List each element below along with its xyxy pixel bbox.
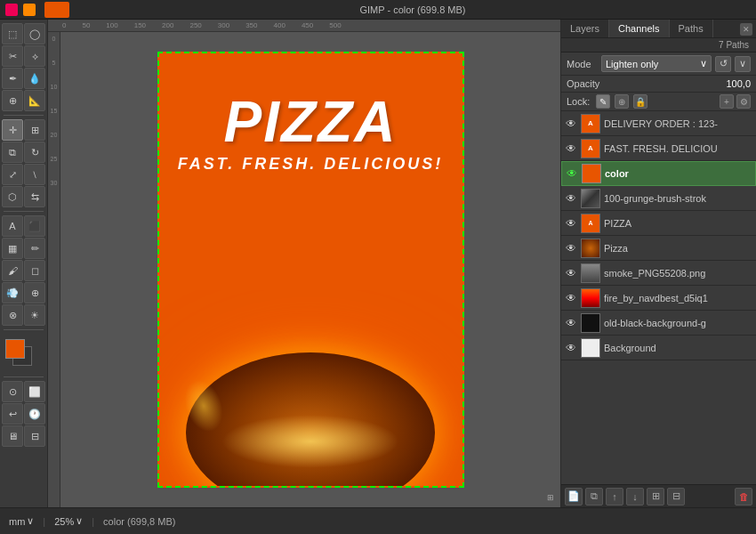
color-swatches <box>4 337 44 369</box>
select-fuzzy-tool[interactable]: ⟡ <box>24 45 45 67</box>
heal-tool[interactable]: ⊗ <box>2 304 23 326</box>
merge-layer-btn[interactable]: ⊟ <box>667 488 685 506</box>
layer-item[interactable]: 👁 fire_by_navdbest_d5iq1 <box>561 286 756 311</box>
layer-item[interactable]: 👁 smoke_PNG55208.png <box>561 261 756 286</box>
blend-tool[interactable]: ▦ <box>2 238 23 259</box>
lock-position-btn[interactable]: ⊕ <box>615 94 629 109</box>
paintbrush-tool[interactable]: 🖌 <box>2 260 23 281</box>
clone-tool[interactable]: ⊕ <box>24 282 45 303</box>
paths-tool[interactable]: ✒ <box>2 68 23 89</box>
perspective-tool[interactable]: ⬡ <box>2 186 23 207</box>
quick-mask[interactable]: ⬜ <box>24 381 45 402</box>
move-layer-down-btn[interactable]: ↓ <box>626 488 644 506</box>
history-tool[interactable]: 🕐 <box>24 403 45 425</box>
crop-tool[interactable]: ⧉ <box>2 142 23 163</box>
pizza-title-text: PIZZA <box>224 89 398 155</box>
tool-row-5: ✛ ⊞ <box>2 119 45 141</box>
layer-visibility-toggle[interactable]: 👁 <box>565 192 577 205</box>
pizza-image-area <box>159 290 462 486</box>
scale-tool[interactable]: ⤢ <box>2 164 23 185</box>
foreground-color-swatch[interactable] <box>5 339 25 359</box>
toolbox: ⬚ ◯ ✂ ⟡ ✒ 💧 ⊕ 📐 ✛ ⊞ ⧉ ↻ ⤢ ⧵ ⬡ ⇆ <box>0 20 48 507</box>
tab-channels[interactable]: Channels <box>609 20 669 37</box>
zoom-dropdown[interactable]: 25% ∨ <box>54 515 83 527</box>
lock-all-btn[interactable]: 🔒 <box>633 94 647 109</box>
unit-dropdown[interactable]: mm ∨ <box>9 515 34 527</box>
layer-name: Background <box>604 343 752 353</box>
layer-visibility-toggle[interactable]: 👁 <box>565 267 577 279</box>
close-btn[interactable] <box>5 4 18 16</box>
tool-row-6: ⧉ ↻ <box>2 142 45 163</box>
layer-visibility-toggle[interactable]: 👁 <box>565 117 577 130</box>
measure-tool[interactable]: 📐 <box>24 90 45 111</box>
mode-label: Mode <box>567 59 598 69</box>
display-tool[interactable]: 🖥 <box>2 425 23 447</box>
bucket-fill-tool[interactable]: ⬛ <box>24 215 45 237</box>
select-rect-tool[interactable]: ⬚ <box>2 23 23 44</box>
tool-row-bottom: ⊙ ⬜ <box>2 381 45 402</box>
tab-paths[interactable]: Paths <box>670 20 713 37</box>
undo-tool[interactable]: ↩ <box>2 403 23 425</box>
tab-layers[interactable]: Layers <box>561 20 609 37</box>
minimize-btn[interactable] <box>23 4 36 16</box>
select-free-tool[interactable]: ✂ <box>2 45 23 67</box>
tool-row-1: ⬚ ◯ <box>2 23 45 44</box>
layer-item-background[interactable]: 👁 Background <box>561 336 756 360</box>
pencil-tool[interactable]: ✏ <box>24 238 45 259</box>
airbrush-tool[interactable]: 💨 <box>2 282 23 303</box>
tool-row-display: 🖥 ⊟ <box>2 425 45 447</box>
layer-visibility-toggle[interactable]: 👁 <box>566 167 578 180</box>
blend-mode-bar: Mode Lighten only ∨ ↺ ∨ <box>561 53 756 76</box>
new-layer-btn[interactable]: 📄 <box>565 488 583 506</box>
layer-name: color <box>605 168 752 179</box>
canvas-wrapper: PIZZA FAST. FRESH. DELICIOUS! <box>60 32 560 507</box>
rotate-tool[interactable]: ↻ <box>24 142 45 163</box>
layers-list: 👁 A DELIVERY ORDER : 123- 👁 A FAST. FRES… <box>561 111 756 484</box>
zoom-arrow: ∨ <box>76 515 83 527</box>
layer-item[interactable]: 👁 A PIZZA <box>561 211 756 236</box>
pointer-tool[interactable]: ⊟ <box>24 425 45 447</box>
duplicate-layer-btn[interactable]: ⧉ <box>585 488 603 506</box>
ruler-vertical: 051015202530 <box>48 32 60 507</box>
group-layer-btn[interactable]: ⊞ <box>647 488 664 506</box>
layer-thumbnail <box>581 288 600 308</box>
mode-arrow-btn[interactable]: ∨ <box>735 56 751 72</box>
layer-item[interactable]: 👁 100-grunge-brush-strok <box>561 186 756 211</box>
layer-item[interactable]: 👁 A FAST. FRESH. DELICIOU <box>561 136 756 161</box>
image-canvas[interactable]: PIZZA FAST. FRESH. DELICIOUS! <box>157 52 464 488</box>
opacity-value: 100,0 <box>610 78 751 89</box>
layer-item[interactable]: 👁 old-black-background-g <box>561 311 756 336</box>
flip-tool[interactable]: ⇆ <box>24 186 45 207</box>
select-ellipse-tool[interactable]: ◯ <box>24 23 45 44</box>
eraser-tool[interactable]: ◻ <box>24 260 45 281</box>
lock-pixels-btn[interactable]: ✎ <box>596 94 610 109</box>
layer-visibility-toggle[interactable]: 👁 <box>565 242 577 255</box>
lock-label: Lock: <box>567 96 591 107</box>
tool-row-13: ⊗ ☀ <box>2 304 45 326</box>
panel-close-btn[interactable]: ✕ <box>740 23 752 36</box>
layer-add-btn[interactable]: + <box>720 94 734 109</box>
text-tool[interactable]: A <box>2 215 23 237</box>
mode-refresh-btn[interactable]: ↺ <box>715 56 731 72</box>
layer-visibility-toggle[interactable]: 👁 <box>565 292 577 304</box>
color-picker-tool[interactable]: 💧 <box>24 68 45 89</box>
layer-visibility-toggle[interactable]: 👁 <box>565 342 577 354</box>
align-tool[interactable]: ⊞ <box>24 119 45 141</box>
layer-options-btn[interactable]: ⚙ <box>736 94 751 109</box>
view-toggle[interactable]: ⊙ <box>2 381 23 402</box>
move-layer-up-btn[interactable]: ↑ <box>606 488 623 506</box>
layer-name: smoke_PNG55208.png <box>604 268 752 279</box>
layer-visibility-toggle[interactable]: 👁 <box>565 317 577 329</box>
zoom-tool[interactable]: ⊕ <box>2 90 23 111</box>
layer-visibility-toggle[interactable]: 👁 <box>565 142 577 155</box>
shear-tool[interactable]: ⧵ <box>24 164 45 185</box>
layer-name: Pizza <box>604 243 752 254</box>
layer-item[interactable]: 👁 A DELIVERY ORDER : 123- <box>561 111 756 136</box>
move-tool[interactable]: ✛ <box>2 119 23 141</box>
blend-mode-dropdown[interactable]: Lighten only ∨ <box>601 55 712 72</box>
dodge-tool[interactable]: ☀ <box>24 304 45 326</box>
delete-layer-btn[interactable]: 🗑 <box>735 488 752 506</box>
layer-visibility-toggle[interactable]: 👁 <box>565 217 577 230</box>
layer-item[interactable]: 👁 Pizza <box>561 236 756 261</box>
layer-item-selected[interactable]: 👁 color <box>561 161 756 186</box>
